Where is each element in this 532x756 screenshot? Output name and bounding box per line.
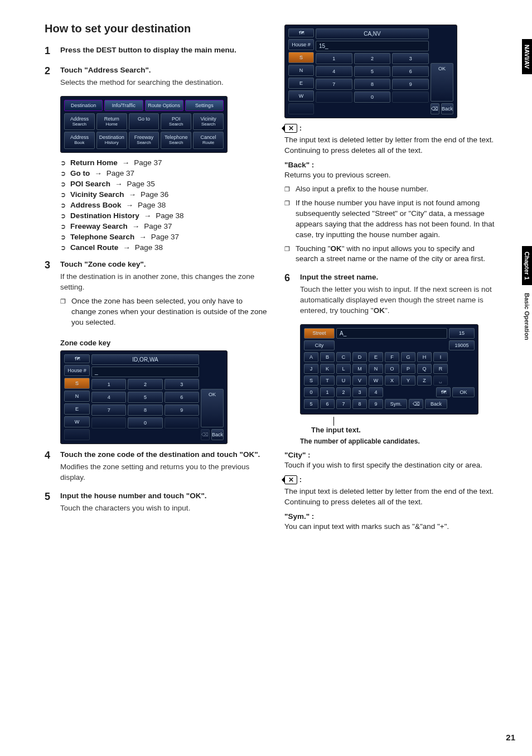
kbd-key[interactable]: Q (417, 364, 432, 374)
kbd-key[interactable]: 0 (304, 387, 318, 397)
kbd-key[interactable]: C (336, 352, 351, 362)
kbd-key[interactable]: U (336, 375, 351, 386)
kbd-key[interactable]: Y (401, 375, 415, 386)
kbd-key[interactable]: S (304, 375, 318, 386)
kbd-key[interactable]: H (417, 352, 432, 362)
kbd-key[interactable]: 6 (320, 399, 335, 409)
kbd-key[interactable]: 2 (336, 387, 351, 397)
key-e[interactable]: E (64, 403, 90, 415)
numpad-key[interactable]: 6 (165, 392, 199, 403)
numpad-key[interactable]: 1 (316, 53, 352, 64)
numpad-key[interactable]: 9 (165, 405, 199, 416)
back-button[interactable]: Back (211, 429, 224, 440)
key-w[interactable]: W (288, 90, 314, 102)
key-e[interactable]: E (288, 78, 314, 89)
kbd-key[interactable]: B (320, 352, 335, 362)
kbd-key[interactable]: Z (417, 375, 432, 386)
key-blank (64, 429, 90, 440)
kbd-key[interactable]: M (352, 364, 367, 374)
numpad-key[interactable]: 1 (91, 379, 126, 390)
kbd-key[interactable]: G (401, 352, 415, 362)
kbd-key[interactable]: 8 (352, 399, 367, 409)
kbd-key[interactable]: F (385, 352, 399, 362)
kbd-key[interactable]: E (369, 352, 383, 362)
kbd-key[interactable]: L (336, 364, 351, 374)
house-label[interactable]: House # (288, 39, 314, 50)
city-tab[interactable]: City (304, 340, 335, 350)
street-tab[interactable]: Street (304, 328, 335, 339)
sym-button[interactable]: Sym. (385, 399, 407, 409)
menu-item[interactable]: ReturnHome (96, 113, 127, 131)
kbd-key[interactable]: X (385, 375, 399, 386)
dev-tab-route[interactable]: Route Options (145, 100, 183, 111)
kbd-key[interactable]: 1 (320, 387, 335, 397)
kbd-key[interactable]: I (433, 352, 448, 362)
kbd-key[interactable]: 7 (336, 399, 351, 409)
kbd-key[interactable]: A (304, 352, 318, 362)
menu-item[interactable]: CancelRoute (193, 132, 224, 149)
house-label[interactable]: House # (64, 365, 90, 376)
numpad-key[interactable]: 4 (316, 66, 352, 77)
kbd-key[interactable]: D (352, 352, 367, 362)
dev-tab-settings[interactable]: Settings (185, 100, 224, 111)
back-button[interactable]: Back (425, 399, 447, 409)
kbd-key[interactable]: K (320, 364, 335, 374)
street-input[interactable]: A_ (336, 328, 447, 339)
zone-icon[interactable]: 🗺 (436, 387, 451, 397)
zone-icon[interactable]: 🗺 (288, 28, 314, 37)
numpad-key[interactable]: 5 (128, 392, 162, 403)
numpad-key[interactable]: 3 (165, 379, 199, 390)
key-n[interactable]: N (288, 65, 314, 76)
ok-button[interactable]: OK (452, 387, 475, 397)
kbd-key[interactable]: 4 (369, 387, 383, 397)
kbd-key[interactable]: R (433, 364, 448, 374)
menu-item[interactable]: DestinationHistory (96, 132, 127, 149)
house-input[interactable]: _ (91, 367, 199, 377)
back-button[interactable]: Back (441, 103, 453, 114)
numpad-key[interactable]: 8 (354, 79, 391, 90)
kbd-key[interactable]: J (304, 364, 318, 374)
menu-item[interactable]: AddressSearch (64, 113, 95, 131)
menu-item[interactable]: Go to (129, 113, 159, 131)
numpad-key[interactable]: 0 (354, 92, 391, 103)
menu-item[interactable]: AddressBook (64, 132, 95, 149)
menu-item[interactable]: POISearch (161, 113, 191, 131)
key-s[interactable]: S (64, 378, 90, 389)
ok-button[interactable]: OK (431, 63, 453, 102)
dev-tab-info[interactable]: Info/Traffic (104, 100, 143, 111)
kbd-key[interactable]: P (401, 364, 415, 374)
numpad-key[interactable]: 7 (316, 79, 352, 90)
delete-icon[interactable]: ⌫ (201, 429, 210, 440)
menu-item[interactable]: VicinitySearch (193, 113, 224, 131)
kbd-key[interactable]: T (320, 375, 335, 386)
numpad-key[interactable]: 6 (392, 66, 429, 77)
menu-item[interactable]: FreewaySearch (129, 132, 159, 149)
menu-item[interactable]: TelephoneSearch (161, 132, 191, 149)
dev-tab-destination[interactable]: Destination (64, 100, 103, 111)
delete-icon[interactable]: ⌫ (409, 399, 423, 409)
numpad-key[interactable]: 7 (91, 405, 126, 416)
kbd-key[interactable]: N (369, 364, 383, 374)
numpad-key[interactable]: 2 (128, 379, 162, 390)
numpad-key[interactable]: 8 (128, 405, 162, 416)
kbd-key[interactable]: 9 (369, 399, 383, 409)
key-s[interactable]: S (288, 52, 314, 63)
delete-icon[interactable]: ⌫ (431, 103, 439, 114)
ok-button[interactable]: OK (201, 389, 224, 427)
zone-icon[interactable]: 🗺 (64, 354, 90, 363)
key-n[interactable]: N (64, 391, 90, 402)
kbd-key[interactable]: 3 (352, 387, 367, 397)
numpad-key[interactable]: 3 (392, 53, 429, 64)
numpad-key[interactable]: 2 (354, 53, 391, 64)
numpad-key[interactable]: 5 (354, 66, 391, 77)
kbd-key[interactable]: V (352, 375, 367, 386)
kbd-key[interactable]: W (369, 375, 383, 386)
numpad-key[interactable]: 9 (392, 79, 429, 90)
kbd-space[interactable]: ␣ (433, 375, 448, 386)
house-input[interactable]: 15_ (316, 41, 429, 51)
numpad-key[interactable]: 0 (128, 417, 162, 428)
kbd-key[interactable]: 5 (304, 399, 318, 409)
key-w[interactable]: W (64, 416, 90, 427)
numpad-key[interactable]: 4 (91, 392, 126, 403)
kbd-key[interactable]: O (385, 364, 399, 374)
